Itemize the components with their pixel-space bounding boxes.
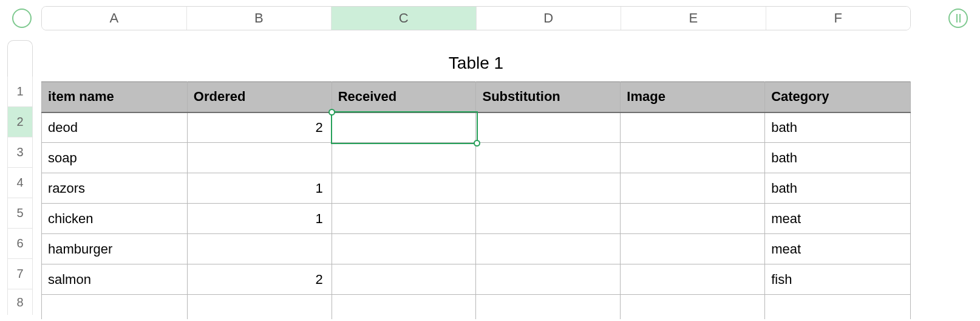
- table-row: chicken 1 meat: [42, 204, 911, 234]
- column-headers: A B C D E F: [41, 6, 911, 30]
- cell-d2[interactable]: [476, 112, 621, 143]
- table-handle-right[interactable]: [948, 9, 968, 28]
- cell-d7[interactable]: [476, 264, 621, 295]
- row-header-1[interactable]: 1: [7, 77, 33, 107]
- cell-b8[interactable]: [187, 295, 332, 319]
- cell-a4[interactable]: razors: [42, 173, 188, 204]
- cell-f3[interactable]: bath: [765, 143, 911, 173]
- cell-f6[interactable]: meat: [765, 234, 911, 264]
- cell-a3[interactable]: soap: [42, 143, 188, 173]
- cell-c6[interactable]: [332, 234, 476, 264]
- header-received[interactable]: Received: [332, 82, 476, 112]
- row-header-7[interactable]: 7: [7, 259, 33, 289]
- cell-c8[interactable]: [332, 295, 476, 319]
- row-header-3[interactable]: 3: [7, 137, 33, 168]
- cell-d3[interactable]: [476, 143, 621, 173]
- cell-f2[interactable]: bath: [765, 112, 911, 143]
- cell-f7[interactable]: fish: [765, 264, 911, 295]
- table-row: deod 2 bath: [42, 112, 911, 143]
- cell-e6[interactable]: [621, 234, 765, 264]
- table-row: razors 1 bath: [42, 173, 911, 204]
- cell-b3[interactable]: [187, 143, 332, 173]
- cell-f8[interactable]: [765, 295, 911, 319]
- pause-icon: [956, 14, 961, 22]
- cell-e2[interactable]: [621, 112, 765, 143]
- cell-d8[interactable]: [476, 295, 621, 319]
- row-header-2[interactable]: 2: [7, 107, 33, 137]
- col-header-b[interactable]: B: [187, 7, 332, 30]
- col-header-a[interactable]: A: [42, 7, 187, 30]
- row-headers: 1 2 3 4 5 6 7 8: [7, 40, 33, 315]
- header-image[interactable]: Image: [621, 82, 765, 112]
- row-header-6[interactable]: 6: [7, 229, 33, 259]
- cell-b2[interactable]: 2: [187, 112, 332, 143]
- header-item-name[interactable]: item name: [42, 82, 188, 112]
- cell-f4[interactable]: bath: [765, 173, 911, 204]
- cell-a7[interactable]: salmon: [42, 264, 188, 295]
- table-handle-left[interactable]: [12, 9, 32, 28]
- header-ordered[interactable]: Ordered: [187, 82, 332, 112]
- cell-e4[interactable]: [621, 173, 765, 204]
- cell-c3[interactable]: [332, 143, 476, 173]
- cell-a6[interactable]: hamburger: [42, 234, 188, 264]
- row-header-spacer: [7, 40, 33, 77]
- cell-d5[interactable]: [476, 204, 621, 234]
- header-category[interactable]: Category: [765, 82, 911, 112]
- header-substitution[interactable]: Substitution: [476, 82, 621, 112]
- cell-a5[interactable]: chicken: [42, 204, 188, 234]
- cell-b7[interactable]: 2: [187, 264, 332, 295]
- table-title[interactable]: Table 1: [41, 54, 911, 73]
- row-header-5[interactable]: 5: [7, 198, 33, 229]
- cell-e7[interactable]: [621, 264, 765, 295]
- table-row: [42, 295, 911, 319]
- table-row: soap bath: [42, 143, 911, 173]
- cell-d4[interactable]: [476, 173, 621, 204]
- cell-b6[interactable]: [187, 234, 332, 264]
- cell-e5[interactable]: [621, 204, 765, 234]
- cell-a2[interactable]: deod: [42, 112, 188, 143]
- cell-c7[interactable]: [332, 264, 476, 295]
- table-row: hamburger meat: [42, 234, 911, 264]
- cell-b4[interactable]: 1: [187, 173, 332, 204]
- cell-e8[interactable]: [621, 295, 765, 319]
- spreadsheet-table: item name Ordered Received Substitution …: [41, 81, 911, 319]
- cell-a8[interactable]: [42, 295, 188, 319]
- column-header-area: A B C D E F: [0, 6, 980, 30]
- cell-c2[interactable]: [332, 112, 476, 143]
- table-row: salmon 2 fish: [42, 264, 911, 295]
- col-header-d[interactable]: D: [477, 7, 622, 30]
- col-header-f[interactable]: F: [766, 7, 911, 30]
- cell-c5[interactable]: [332, 204, 476, 234]
- cell-d6[interactable]: [476, 234, 621, 264]
- header-row: item name Ordered Received Substitution …: [42, 82, 911, 112]
- cell-f5[interactable]: meat: [765, 204, 911, 234]
- row-header-8[interactable]: 8: [7, 289, 33, 315]
- cell-c4[interactable]: [332, 173, 476, 204]
- col-header-e[interactable]: E: [621, 7, 766, 30]
- row-header-4[interactable]: 4: [7, 168, 33, 198]
- cell-e3[interactable]: [621, 143, 765, 173]
- col-header-c[interactable]: C: [332, 7, 477, 30]
- cell-b5[interactable]: 1: [187, 204, 332, 234]
